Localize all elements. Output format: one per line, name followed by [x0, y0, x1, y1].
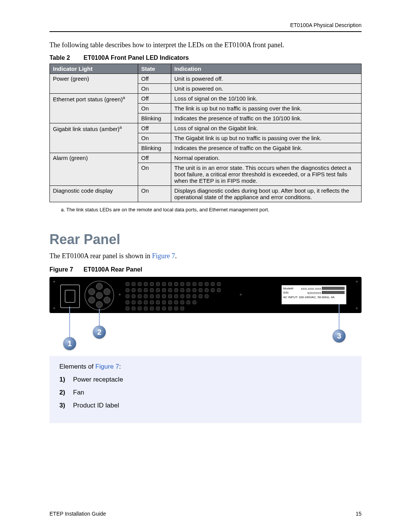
cell-state: On [138, 104, 171, 113]
list-item: 3)Product ID label [59, 402, 352, 409]
figure7-label: Figure 7 [49, 266, 82, 273]
figure7-caption: Figure 7 ET0100A Rear Panel [49, 266, 362, 273]
callout-1: 1 [63, 337, 76, 350]
cell-state: Blinking [138, 113, 171, 123]
cell-indicator-light: Alarm (green) [50, 153, 138, 186]
rear-intro-pre: The ET0100A rear panel is shown in [49, 252, 152, 260]
cell-state: On [138, 186, 171, 202]
vent-holes [126, 282, 232, 307]
cell-indication: The link is up but no traffic is passing… [171, 104, 362, 113]
list-item-number: 2) [59, 389, 73, 396]
list-item-text: Product ID label [73, 402, 119, 409]
cell-state: Off [138, 123, 171, 133]
rear-panel-chassis: Model#:XXX-XXX-XXX S/N:S2XXXXX AC INPUT:… [49, 277, 362, 313]
cell-state: On [138, 133, 171, 143]
elements-title-post: : [119, 363, 121, 370]
rear-intro-post: . [175, 252, 177, 260]
table-row: Ethernet port status (green)aOffLoss of … [50, 94, 362, 104]
barcode-icon [322, 291, 345, 294]
cell-indication: Loss of signal on the 10/100 link. [171, 94, 362, 104]
cell-indicator-light: Diagnostic code display [50, 186, 138, 202]
barcode-icon [322, 287, 345, 290]
id-model-val: XXX-XXX-XXX [301, 287, 321, 291]
figure7-link[interactable]: Figure 7 [152, 252, 175, 260]
cell-state: Blinking [138, 143, 171, 153]
header-rule [49, 31, 362, 32]
table2-title: ET0100A Front Panel LED Indicators [83, 54, 189, 61]
cell-state: Off [138, 74, 171, 84]
footer-guide-name: ETEP Installation Guide [49, 511, 106, 517]
cell-indication: Normal operation. [171, 153, 362, 163]
fan-icon [84, 281, 114, 310]
list-item-number: 1) [59, 376, 73, 383]
cell-indication: Displays diagnostic codes during boot up… [171, 186, 362, 202]
cell-indication: Indicates the presence of traffic on the… [171, 113, 362, 123]
page-footer: ETEP Installation Guide 15 [49, 511, 362, 517]
cell-indication: Loss of signal on the Gigabit link. [171, 123, 362, 133]
table-row: Alarm (green)OffNormal operation. [50, 153, 362, 163]
callout-2: 2 [93, 326, 106, 339]
id-ac-input: AC INPUT: 100-240VAC, 50-60Hz, 4A [283, 296, 345, 299]
list-item-number: 3) [59, 402, 73, 409]
footnote-text: The link status LEDs are on the remote a… [66, 207, 269, 212]
intro-text: The following table describes how to int… [49, 41, 362, 49]
table-footnote: a. The link status LEDs are on the remot… [61, 207, 362, 212]
power-receptacle-icon [60, 284, 80, 308]
figure-elements-box: Elements of Figure 7: 1)Power receptacle… [49, 356, 362, 423]
cell-indication: The Gigabit link is up but no traffic is… [171, 133, 362, 143]
cell-indication: Indicates the presence of traffic on the… [171, 143, 362, 153]
table-row: Diagnostic code displayOnDisplays diagno… [50, 186, 362, 202]
cell-indicator-light: Power (green) [50, 74, 138, 94]
list-item: 1)Power receptacle [59, 376, 352, 383]
id-sn-key: S/N: [283, 291, 289, 295]
list-item: 2)Fan [59, 389, 352, 396]
cell-indication: Unit is powered on. [171, 84, 362, 94]
cell-indication: Unit is powered off. [171, 74, 362, 84]
figure7-link-2[interactable]: Figure 7 [96, 363, 119, 370]
elements-title-pre: Elements of [59, 363, 96, 370]
th-indicator-light: Indicator Light [50, 64, 138, 74]
list-item-text: Power receptacle [73, 376, 123, 383]
th-indication: Indication [171, 64, 362, 74]
list-item-text: Fan [73, 389, 84, 396]
cell-state: Off [138, 94, 171, 104]
table-row: Power (green)OffUnit is powered off. [50, 74, 362, 84]
product-id-label: Model#:XXX-XXX-XXX S/N:S2XXXXX AC INPUT:… [282, 285, 346, 304]
cell-state: Off [138, 153, 171, 163]
cell-state: On [138, 84, 171, 94]
table2-label: Table 2 [49, 54, 82, 61]
page-header-section: ET0100A Physical Description [49, 22, 362, 28]
footnote-marker: a. [61, 207, 65, 212]
th-state: State [138, 64, 171, 74]
id-model-key: Model#: [283, 287, 294, 291]
led-table: Indicator Light State Indication Power (… [49, 64, 362, 202]
cell-indicator-light: Ethernet port status (green)a [50, 94, 138, 123]
cell-state: On [138, 163, 171, 186]
table2-caption: Table 2 ET0100A Front Panel LED Indicato… [49, 54, 362, 61]
cell-indication: The unit is in an error state. This occu… [171, 163, 362, 186]
callout-3: 3 [333, 329, 346, 342]
section-heading-rear-panel: Rear Panel [49, 232, 362, 248]
rear-panel-figure: Model#:XXX-XXX-XXX S/N:S2XXXXX AC INPUT:… [49, 277, 362, 353]
elements-title: Elements of Figure 7: [59, 363, 352, 371]
id-sn-val: S2XXXXX [307, 291, 321, 295]
cell-indicator-light: Gigabit link status (amber)a [50, 123, 138, 153]
rear-intro: The ET0100A rear panel is shown in Figur… [49, 252, 362, 260]
table-row: Gigabit link status (amber)aOffLoss of s… [50, 123, 362, 133]
footer-page-number: 15 [355, 511, 362, 517]
figure7-title: ET0100A Rear Panel [83, 266, 142, 273]
